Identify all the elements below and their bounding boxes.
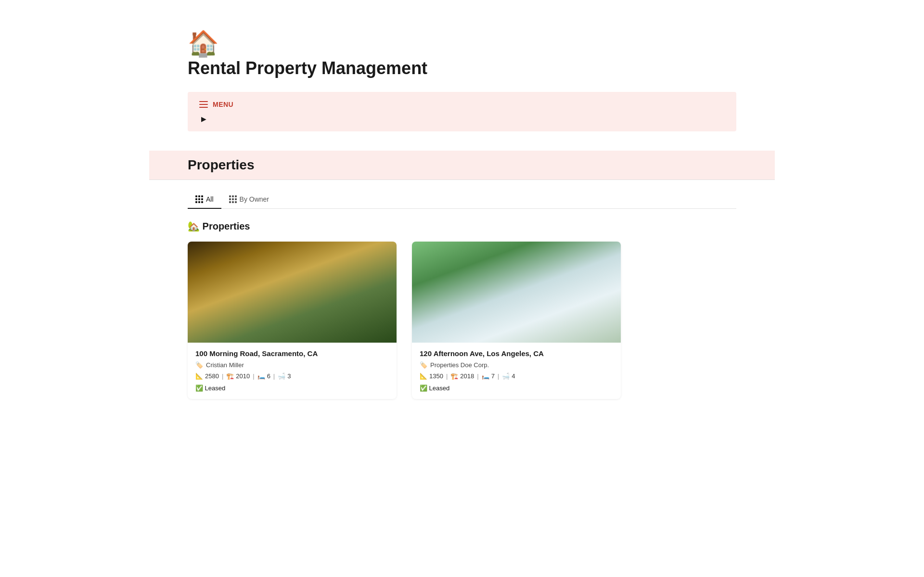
menu-toggle[interactable]: MENU [199, 101, 725, 108]
menu-bar: MENU ▶ [188, 92, 736, 131]
year-icon-1: 🏗️ [226, 372, 234, 380]
owner-name-1: Cristian Miller [206, 361, 244, 369]
year-2: 2018 [460, 372, 474, 380]
status-badge-1: ✅ Leased [195, 385, 225, 392]
bath-icon-1: 🛁 [278, 372, 285, 380]
property-owner-2: 🏷️ Properties Doe Corp. [420, 361, 613, 369]
tabs-container: All By Owner [188, 192, 736, 209]
properties-group-title: 🏡 Properties [188, 220, 736, 232]
sq-ft-1: 2580 [205, 372, 219, 380]
app-logo-container: 🏠 [188, 29, 736, 58]
property-owner-1: 🏷️ Cristian Miller [195, 361, 389, 369]
sq-ft-2: 1350 [429, 372, 443, 380]
tab-all[interactable]: All [188, 192, 221, 209]
properties-group-title-text: 🏡 Properties [188, 220, 250, 232]
tab-by-owner[interactable]: By Owner [221, 192, 277, 209]
area-icon-2: 📐 [420, 372, 427, 380]
year-1: 2010 [236, 372, 250, 380]
property-card-2[interactable]: 120 Afternoon Ave, Los Angeles, CA 🏷️ Pr… [412, 242, 621, 399]
property-stats-2: 📐 1350 | 🏗️ 2018 | 🛏️ 7 | 🛁 4 [420, 372, 613, 380]
properties-heading: Properties [188, 157, 255, 172]
property-card-1[interactable]: 100 Morning Road, Sacramento, CA 🏷️ Cris… [188, 242, 397, 399]
status-text-1: ✅ Leased [195, 385, 225, 392]
beds-2: 7 [491, 372, 495, 380]
grid-icon-by-owner [229, 195, 237, 203]
menu-lines-icon [199, 101, 208, 108]
properties-section-header: Properties [149, 151, 775, 180]
baths-2: 4 [512, 372, 515, 380]
app-title: Rental Property Management [188, 58, 736, 78]
tab-all-label: All [206, 195, 214, 203]
status-badge-2: ✅ Leased [420, 385, 449, 392]
property-info-1: 100 Morning Road, Sacramento, CA 🏷️ Cris… [188, 343, 397, 399]
property-grid: 100 Morning Road, Sacramento, CA 🏷️ Cris… [188, 242, 621, 399]
app-logo-icon: 🏠 [188, 29, 219, 57]
status-text-2: ✅ Leased [420, 385, 449, 392]
owner-icon-2: 🏷️ [420, 361, 427, 369]
grid-icon-all [195, 195, 203, 203]
year-icon-2: 🏗️ [450, 372, 458, 380]
property-info-2: 120 Afternoon Ave, Los Angeles, CA 🏷️ Pr… [412, 343, 621, 399]
bed-icon-2: 🛏️ [482, 372, 489, 380]
menu-label: MENU [213, 101, 233, 108]
owner-name-2: Properties Doe Corp. [430, 361, 489, 369]
property-image-1 [188, 242, 397, 343]
property-address-1: 100 Morning Road, Sacramento, CA [195, 349, 389, 358]
bath-icon-2: 🛁 [502, 372, 510, 380]
tab-by-owner-label: By Owner [240, 195, 269, 203]
baths-1: 3 [287, 372, 291, 380]
beds-1: 6 [267, 372, 270, 380]
owner-icon-1: 🏷️ [195, 361, 203, 369]
area-icon-1: 📐 [195, 372, 203, 380]
bed-icon-1: 🛏️ [257, 372, 265, 380]
property-address-2: 120 Afternoon Ave, Los Angeles, CA [420, 349, 613, 358]
property-stats-1: 📐 2580 | 🏗️ 2010 | 🛏️ 6 | 🛁 3 [195, 372, 389, 380]
property-image-2 [412, 242, 621, 343]
menu-arrow[interactable]: ▶ [201, 115, 725, 123]
